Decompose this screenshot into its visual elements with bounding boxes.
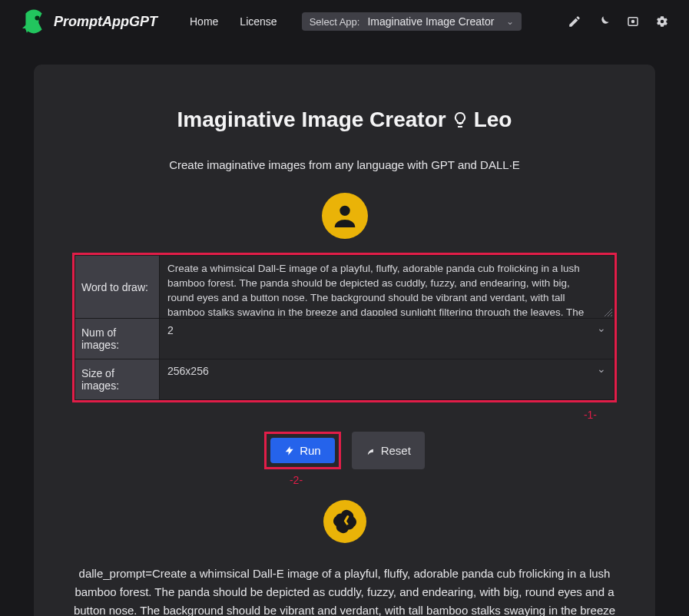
nav-home[interactable]: Home xyxy=(181,11,227,32)
chevron-down-icon: ⌄ xyxy=(506,16,514,27)
svg-point-3 xyxy=(340,206,349,216)
lightbulb-icon xyxy=(451,111,469,129)
main-scroll[interactable]: Imaginative Image Creator Leo Create ima… xyxy=(6,43,683,616)
nav-license[interactable]: License xyxy=(230,11,286,32)
edit-icon[interactable] xyxy=(568,15,581,28)
screenshot-icon[interactable] xyxy=(626,15,640,28)
annotation-2: -2- xyxy=(24,474,568,486)
app-card: Imaginative Image Creator Leo Create ima… xyxy=(34,65,655,616)
word-to-draw-input[interactable] xyxy=(160,256,614,316)
gear-icon[interactable] xyxy=(655,15,669,28)
user-icon xyxy=(330,200,360,231)
reset-button-label: Reset xyxy=(381,444,411,457)
resize-handle-icon[interactable] xyxy=(605,309,612,316)
app-selector[interactable]: Select App: Imaginative Image Creator ⌄ xyxy=(302,12,522,31)
app-title: Imaginative Image Creator Leo xyxy=(72,108,617,132)
brand-text: PromptAppGPT xyxy=(54,14,157,30)
nav-links: Home License xyxy=(181,11,287,32)
bolt-icon xyxy=(284,445,295,456)
output-text: dalle_prompt=Create a whimsical Dall-E i… xyxy=(72,557,617,616)
svg-point-0 xyxy=(35,16,40,21)
topbar-right xyxy=(568,15,669,28)
size-images-label: Size of images: xyxy=(75,359,160,400)
moon-icon[interactable] xyxy=(597,15,611,28)
num-images-label: Num of images: xyxy=(75,319,160,359)
app-title-right: Leo xyxy=(474,108,512,132)
run-button[interactable]: Run xyxy=(270,438,335,463)
reset-button[interactable]: Reset xyxy=(352,432,425,469)
user-avatar xyxy=(322,193,368,239)
app-title-left: Imaginative Image Creator xyxy=(177,108,446,132)
logo[interactable]: PromptAppGPT xyxy=(20,8,157,35)
app-selector-value: Imaginative Image Creator xyxy=(367,15,494,28)
app-selector-label: Select App: xyxy=(310,16,360,28)
run-button-label: Run xyxy=(300,444,321,457)
leaf-icon xyxy=(366,445,376,456)
openai-icon xyxy=(331,508,359,535)
button-row: Run Reset xyxy=(72,432,617,469)
app-subtitle: Create imaginative images from any langu… xyxy=(72,158,617,171)
word-to-draw-label: Word to draw: xyxy=(75,256,160,319)
num-images-select[interactable]: 2 xyxy=(160,319,614,342)
annotation-1: -1- xyxy=(584,409,597,421)
rocket-icon xyxy=(20,8,48,35)
topbar: PromptAppGPT Home License Select App: Im… xyxy=(6,0,683,43)
svg-point-2 xyxy=(631,20,635,24)
input-form: Word to draw: Num of images: 2 xyxy=(72,253,617,402)
run-highlight: Run xyxy=(264,432,341,469)
assistant-avatar xyxy=(323,500,366,543)
size-images-select[interactable]: 256x256 xyxy=(160,359,614,383)
